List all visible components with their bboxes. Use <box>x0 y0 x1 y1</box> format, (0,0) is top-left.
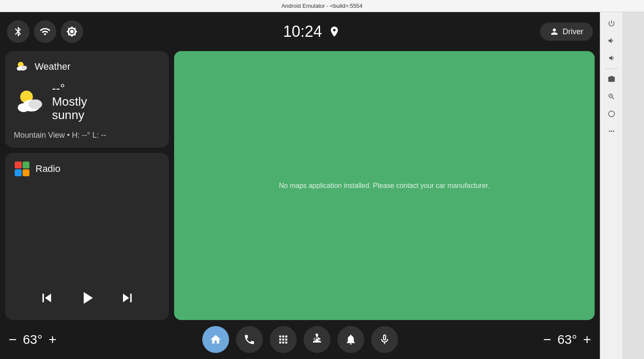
camera-icon <box>608 75 615 83</box>
play-icon <box>77 288 97 308</box>
svg-point-7 <box>29 99 42 109</box>
power-icon <box>608 19 615 27</box>
right-temp-control: − 63° + <box>543 332 591 347</box>
emulator-sidebar <box>600 12 622 359</box>
svg-point-2 <box>17 67 22 71</box>
left-temp-value: 63° <box>23 332 42 347</box>
camera-sidebar-button[interactable] <box>604 71 619 87</box>
radio-card-header: Radio <box>14 161 160 177</box>
volume-up-icon <box>608 37 615 45</box>
weather-large-icon <box>14 86 45 117</box>
driver-person-icon <box>550 27 559 36</box>
bluetooth-button[interactable] <box>7 20 29 43</box>
wifi-button[interactable] <box>34 20 56 43</box>
prev-track-icon <box>38 289 55 307</box>
driver-button[interactable]: Driver <box>540 23 593 41</box>
driver-area: Driver <box>540 23 593 41</box>
notification-icon <box>345 333 357 346</box>
right-temp-minus[interactable]: − <box>543 333 551 346</box>
title-bar-text: Android Emulator - <build>:5554 <box>282 3 362 9</box>
svg-point-3 <box>21 66 27 70</box>
weather-main: --° Mostlysunny <box>14 81 160 122</box>
bluetooth-icon <box>13 26 24 37</box>
zoom-icon <box>608 93 615 100</box>
play-button[interactable] <box>77 288 97 308</box>
nav-buttons <box>202 326 398 353</box>
phone-icon <box>243 333 256 346</box>
driver-label: Driver <box>563 27 583 36</box>
weather-card[interactable]: Weather --° Mostlysunny <box>5 51 169 148</box>
weather-title: Weather <box>35 61 71 72</box>
radio-controls <box>14 279 160 312</box>
map-message: No maps application installed. Please co… <box>279 182 489 190</box>
right-temp-value: 63° <box>557 332 577 347</box>
next-track-button[interactable] <box>119 289 136 307</box>
prev-track-button[interactable] <box>38 289 55 307</box>
weather-small-icon <box>14 59 29 74</box>
time-display: 10:24 <box>283 23 322 41</box>
weather-location-detail: Mountain View • H: --° L: -- <box>14 131 160 140</box>
more-sidebar-button[interactable] <box>604 123 619 139</box>
mic-icon <box>379 333 391 346</box>
radio-title: Radio <box>36 163 60 175</box>
more-icon <box>608 127 615 135</box>
volume-up-sidebar-button[interactable] <box>604 33 619 49</box>
radio-card[interactable]: Radio <box>5 153 169 320</box>
brightness-button[interactable] <box>61 20 83 43</box>
home-nav-button[interactable] <box>202 326 229 353</box>
bottom-bar: − 63° + <box>0 320 600 359</box>
zoom-sidebar-button[interactable] <box>604 89 619 104</box>
time-center: 10:24 <box>283 23 340 41</box>
weather-card-header: Weather <box>14 59 160 74</box>
svg-rect-9 <box>23 162 29 168</box>
home-icon <box>210 333 222 346</box>
left-temp-minus[interactable]: − <box>9 333 17 346</box>
hvac-icon <box>311 333 323 346</box>
sidebar-divider <box>605 68 618 69</box>
brightness-icon <box>66 26 78 37</box>
circle-sidebar-button[interactable] <box>604 106 619 122</box>
volume-down-icon <box>608 54 615 62</box>
mic-nav-button[interactable] <box>371 326 398 353</box>
left-temp-control: − 63° + <box>9 332 57 347</box>
status-icons <box>7 20 83 43</box>
radio-icon <box>14 161 30 177</box>
hvac-nav-button[interactable] <box>304 326 330 353</box>
location-icon <box>328 26 340 38</box>
svg-rect-11 <box>23 169 29 176</box>
next-track-icon <box>119 289 136 307</box>
weather-temp: --° <box>52 81 87 95</box>
grid-icon <box>277 333 289 346</box>
status-bar: 10:24 Driver <box>0 12 600 51</box>
power-sidebar-button[interactable] <box>604 16 619 31</box>
weather-condition-text: --° Mostlysunny <box>52 81 87 122</box>
circle-icon <box>608 110 615 118</box>
wifi-icon <box>39 26 51 37</box>
svg-rect-10 <box>15 169 22 176</box>
weather-condition: Mostlysunny <box>52 95 87 122</box>
notification-nav-button[interactable] <box>337 326 364 353</box>
map-area: No maps application installed. Please co… <box>174 51 595 320</box>
left-temp-plus[interactable]: + <box>49 333 57 346</box>
right-temp-plus[interactable]: + <box>583 333 591 346</box>
left-panel: Weather --° Mostlysunny <box>5 51 169 320</box>
volume-down-sidebar-button[interactable] <box>604 50 619 66</box>
apps-nav-button[interactable] <box>270 326 297 353</box>
svg-rect-8 <box>15 162 22 168</box>
svg-point-6 <box>18 103 29 112</box>
phone-nav-button[interactable] <box>236 326 263 353</box>
svg-point-12 <box>608 111 615 117</box>
